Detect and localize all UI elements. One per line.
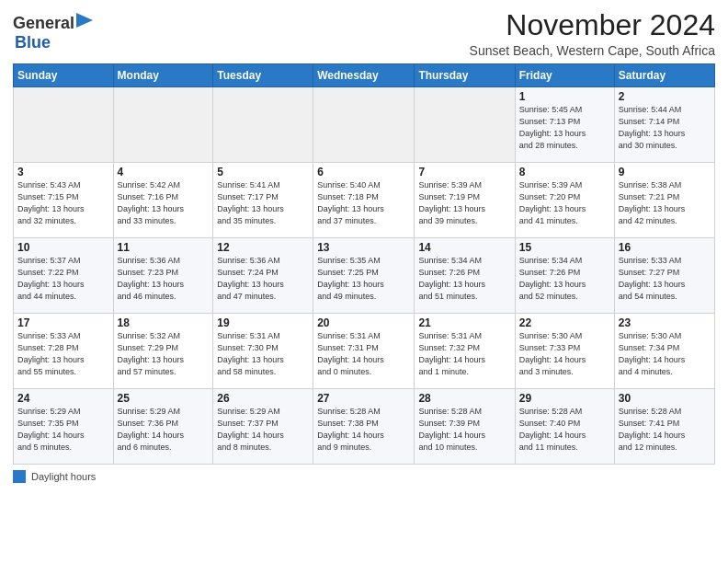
day-number: 23 — [619, 316, 711, 329]
logo-blue-text: Blue — [15, 33, 51, 52]
calendar-header-row: SundayMondayTuesdayWednesdayThursdayFrid… — [14, 64, 715, 87]
calendar-day-cell: 11Sunrise: 5:36 AM Sunset: 7:23 PM Dayli… — [113, 238, 213, 314]
calendar-week-row: 24Sunrise: 5:29 AM Sunset: 7:35 PM Dayli… — [14, 389, 715, 465]
day-number: 9 — [619, 166, 711, 178]
calendar-day-cell: 6Sunrise: 5:40 AM Sunset: 7:18 PM Daylig… — [313, 163, 415, 238]
calendar-week-row: 3Sunrise: 5:43 AM Sunset: 7:15 PM Daylig… — [14, 163, 715, 238]
day-number: 17 — [17, 316, 109, 329]
day-number: 29 — [519, 392, 610, 405]
day-number: 30 — [619, 392, 711, 405]
day-detail: Sunrise: 5:41 AM Sunset: 7:17 PM Dayligh… — [217, 179, 309, 227]
calendar-week-row: 10Sunrise: 5:37 AM Sunset: 7:22 PM Dayli… — [14, 238, 715, 314]
calendar-day-cell: 13Sunrise: 5:35 AM Sunset: 7:25 PM Dayli… — [313, 238, 415, 314]
calendar-day-cell: 23Sunrise: 5:30 AM Sunset: 7:34 PM Dayli… — [614, 314, 714, 389]
calendar-day-cell: 12Sunrise: 5:36 AM Sunset: 7:24 PM Dayli… — [213, 238, 313, 314]
day-detail: Sunrise: 5:29 AM Sunset: 7:35 PM Dayligh… — [17, 406, 109, 454]
calendar-day-cell: 27Sunrise: 5:28 AM Sunset: 7:38 PM Dayli… — [313, 389, 415, 465]
day-detail: Sunrise: 5:45 AM Sunset: 7:13 PM Dayligh… — [519, 104, 610, 152]
calendar-day-cell: 1Sunrise: 5:45 AM Sunset: 7:13 PM Daylig… — [515, 87, 614, 163]
day-number: 27 — [317, 392, 410, 405]
calendar-day-cell: 24Sunrise: 5:29 AM Sunset: 7:35 PM Dayli… — [14, 389, 114, 465]
calendar-day-cell — [213, 87, 313, 163]
day-number: 15 — [519, 241, 610, 254]
day-number: 7 — [418, 166, 510, 178]
day-number: 24 — [17, 392, 109, 405]
calendar-weekday-header: Sunday — [14, 64, 114, 87]
day-number: 19 — [217, 316, 309, 329]
day-detail: Sunrise: 5:31 AM Sunset: 7:31 PM Dayligh… — [317, 330, 410, 378]
calendar-day-cell: 21Sunrise: 5:31 AM Sunset: 7:32 PM Dayli… — [415, 314, 515, 389]
calendar-day-cell: 2Sunrise: 5:44 AM Sunset: 7:14 PM Daylig… — [614, 87, 714, 163]
header: General Blue November 2024 Sunset Beach,… — [13, 9, 715, 58]
calendar-day-cell: 30Sunrise: 5:28 AM Sunset: 7:41 PM Dayli… — [614, 389, 714, 465]
day-detail: Sunrise: 5:43 AM Sunset: 7:15 PM Dayligh… — [17, 179, 109, 227]
calendar-day-cell: 18Sunrise: 5:32 AM Sunset: 7:29 PM Dayli… — [113, 314, 213, 389]
logo-icon — [76, 13, 93, 33]
day-number: 13 — [317, 241, 410, 254]
day-number: 4 — [118, 166, 210, 178]
calendar-day-cell: 26Sunrise: 5:29 AM Sunset: 7:37 PM Dayli… — [213, 389, 313, 465]
calendar-day-cell: 14Sunrise: 5:34 AM Sunset: 7:26 PM Dayli… — [415, 238, 515, 314]
day-detail: Sunrise: 5:37 AM Sunset: 7:22 PM Dayligh… — [17, 255, 109, 303]
day-detail: Sunrise: 5:36 AM Sunset: 7:23 PM Dayligh… — [118, 255, 210, 303]
day-number: 10 — [17, 241, 109, 254]
calendar-day-cell: 15Sunrise: 5:34 AM Sunset: 7:26 PM Dayli… — [515, 238, 614, 314]
calendar-day-cell: 25Sunrise: 5:29 AM Sunset: 7:36 PM Dayli… — [113, 389, 213, 465]
day-number: 11 — [118, 241, 210, 254]
day-number: 16 — [619, 241, 711, 254]
day-detail: Sunrise: 5:33 AM Sunset: 7:27 PM Dayligh… — [619, 255, 711, 303]
calendar-day-cell: 8Sunrise: 5:39 AM Sunset: 7:20 PM Daylig… — [515, 163, 614, 238]
calendar-day-cell — [14, 87, 114, 163]
day-detail: Sunrise: 5:44 AM Sunset: 7:14 PM Dayligh… — [619, 104, 711, 152]
day-detail: Sunrise: 5:33 AM Sunset: 7:28 PM Dayligh… — [17, 330, 109, 378]
page: General Blue November 2024 Sunset Beach,… — [0, 0, 728, 563]
calendar-day-cell: 17Sunrise: 5:33 AM Sunset: 7:28 PM Dayli… — [14, 314, 114, 389]
location-subtitle: Sunset Beach, Western Cape, South Africa — [470, 43, 715, 58]
legend-label: Daylight hours — [31, 471, 96, 482]
calendar-weekday-header: Friday — [515, 64, 614, 87]
calendar-day-cell: 4Sunrise: 5:42 AM Sunset: 7:16 PM Daylig… — [113, 163, 213, 238]
day-number: 25 — [118, 392, 210, 405]
svg-marker-0 — [76, 13, 93, 28]
calendar-day-cell — [113, 87, 213, 163]
day-detail: Sunrise: 5:28 AM Sunset: 7:38 PM Dayligh… — [317, 406, 410, 454]
day-detail: Sunrise: 5:30 AM Sunset: 7:34 PM Dayligh… — [619, 330, 711, 378]
day-number: 6 — [317, 166, 410, 178]
day-detail: Sunrise: 5:32 AM Sunset: 7:29 PM Dayligh… — [118, 330, 210, 378]
calendar-day-cell: 10Sunrise: 5:37 AM Sunset: 7:22 PM Dayli… — [14, 238, 114, 314]
day-detail: Sunrise: 5:39 AM Sunset: 7:20 PM Dayligh… — [519, 179, 610, 227]
day-number: 28 — [418, 392, 510, 405]
calendar-day-cell: 3Sunrise: 5:43 AM Sunset: 7:15 PM Daylig… — [14, 163, 114, 238]
calendar-day-cell: 20Sunrise: 5:31 AM Sunset: 7:31 PM Dayli… — [313, 314, 415, 389]
calendar-weekday-header: Tuesday — [213, 64, 313, 87]
day-number: 14 — [418, 241, 510, 254]
title-block: November 2024 Sunset Beach, Western Cape… — [470, 9, 715, 58]
calendar-day-cell: 29Sunrise: 5:28 AM Sunset: 7:40 PM Dayli… — [515, 389, 614, 465]
calendar-day-cell: 22Sunrise: 5:30 AM Sunset: 7:33 PM Dayli… — [515, 314, 614, 389]
calendar-day-cell — [415, 87, 515, 163]
day-number: 8 — [519, 166, 610, 178]
day-detail: Sunrise: 5:34 AM Sunset: 7:26 PM Dayligh… — [418, 255, 510, 303]
day-detail: Sunrise: 5:28 AM Sunset: 7:40 PM Dayligh… — [519, 406, 610, 454]
calendar-weekday-header: Saturday — [614, 64, 714, 87]
day-detail: Sunrise: 5:31 AM Sunset: 7:32 PM Dayligh… — [418, 330, 510, 378]
day-number: 20 — [317, 316, 410, 329]
calendar-day-cell: 19Sunrise: 5:31 AM Sunset: 7:30 PM Dayli… — [213, 314, 313, 389]
day-detail: Sunrise: 5:36 AM Sunset: 7:24 PM Dayligh… — [217, 255, 309, 303]
day-detail: Sunrise: 5:31 AM Sunset: 7:30 PM Dayligh… — [217, 330, 309, 378]
calendar-day-cell: 16Sunrise: 5:33 AM Sunset: 7:27 PM Dayli… — [614, 238, 714, 314]
day-detail: Sunrise: 5:35 AM Sunset: 7:25 PM Dayligh… — [317, 255, 410, 303]
legend-color-box — [13, 470, 26, 483]
day-detail: Sunrise: 5:29 AM Sunset: 7:36 PM Dayligh… — [118, 406, 210, 454]
day-number: 12 — [217, 241, 309, 254]
logo-general-text: General — [13, 14, 74, 33]
day-number: 5 — [217, 166, 309, 178]
day-number: 22 — [519, 316, 610, 329]
calendar-day-cell: 5Sunrise: 5:41 AM Sunset: 7:17 PM Daylig… — [213, 163, 313, 238]
calendar-day-cell: 9Sunrise: 5:38 AM Sunset: 7:21 PM Daylig… — [614, 163, 714, 238]
calendar-weekday-header: Thursday — [415, 64, 515, 87]
day-number: 3 — [17, 166, 109, 178]
calendar-weekday-header: Wednesday — [313, 64, 415, 87]
calendar-week-row: 1Sunrise: 5:45 AM Sunset: 7:13 PM Daylig… — [14, 87, 715, 163]
day-detail: Sunrise: 5:39 AM Sunset: 7:19 PM Dayligh… — [418, 179, 510, 227]
